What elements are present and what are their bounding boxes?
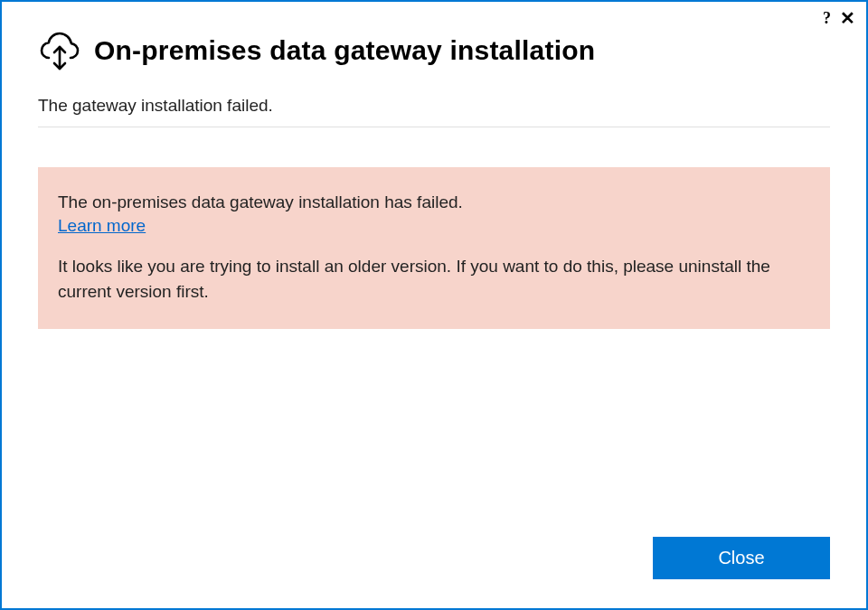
cloud-arrow-icon bbox=[38, 29, 81, 72]
help-icon[interactable]: ? bbox=[823, 10, 831, 26]
dialog-content: The gateway installation failed. The on-… bbox=[2, 81, 866, 537]
error-title: The on-premises data gateway installatio… bbox=[58, 192, 810, 212]
titlebar: ? ✕ bbox=[823, 9, 855, 27]
status-message: The gateway installation failed. bbox=[38, 96, 830, 127]
error-detail: It looks like you are trying to install … bbox=[58, 254, 810, 304]
installer-dialog: ? ✕ On-premises data gateway installatio… bbox=[0, 0, 868, 610]
close-icon[interactable]: ✕ bbox=[840, 9, 855, 27]
page-title: On-premises data gateway installation bbox=[94, 35, 595, 66]
dialog-header: On-premises data gateway installation bbox=[2, 2, 866, 81]
dialog-footer: Close bbox=[2, 537, 866, 608]
learn-more-link[interactable]: Learn more bbox=[58, 216, 146, 236]
error-panel: The on-premises data gateway installatio… bbox=[38, 167, 830, 329]
close-button[interactable]: Close bbox=[653, 537, 830, 579]
